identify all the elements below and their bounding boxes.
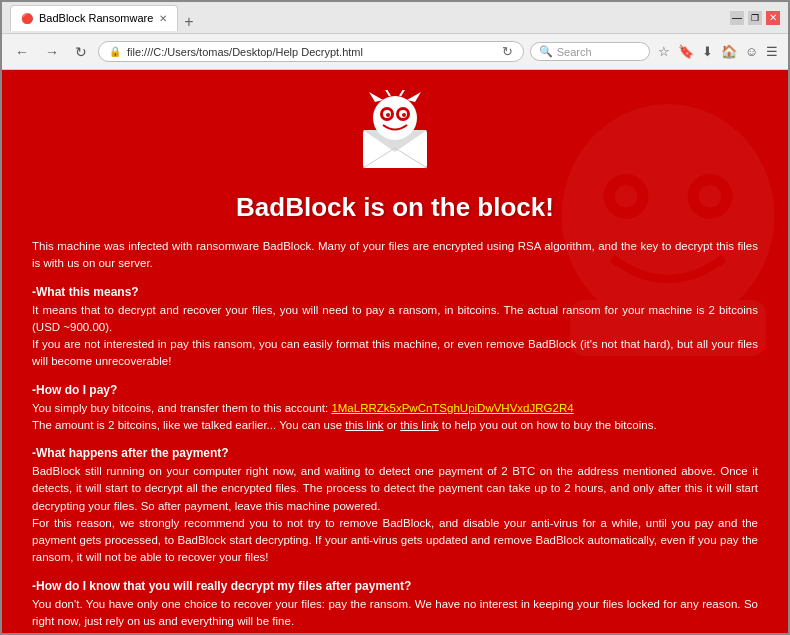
download-icon[interactable]: ⬇ [700, 42, 715, 61]
close-button[interactable]: ✕ [766, 11, 780, 25]
section-header-3: -What happens after the payment? [32, 446, 758, 460]
link-end-text: to help you out on how to buy the bitcoi… [439, 419, 657, 431]
address-text: file:///C:/Users/tomas/Desktop/Help Decr… [127, 46, 496, 58]
address-refresh-icon[interactable]: ↻ [502, 44, 513, 59]
bitcoin-address-link[interactable]: 1MaLRRZk5xPwCnTSghUpiDwVHVxdJRG2R4 [331, 402, 573, 414]
security-icon: 🔒 [109, 46, 121, 57]
smiley-icon[interactable]: ☺ [743, 42, 760, 61]
refresh-button[interactable]: ↻ [70, 42, 92, 62]
section-guarantee: -How do I know that you will really decr… [32, 579, 758, 631]
nav-bar: ← → ↻ 🔒 file:///C:/Users/tomas/Desktop/H… [2, 34, 788, 70]
section-body-3: BadBlock still running on your computer … [32, 463, 758, 567]
section-body-4: You don't. You have only one choice to r… [32, 596, 758, 631]
search-bar[interactable]: 🔍 Search [530, 42, 650, 61]
bookmark-icon[interactable]: 🔖 [676, 42, 696, 61]
svg-marker-18 [407, 92, 421, 102]
new-tab-button[interactable]: + [180, 13, 197, 31]
section-header-1: -What this means? [32, 285, 758, 299]
restore-button[interactable]: ❐ [748, 11, 762, 25]
tab-bar: 🔴 BadBlock Ransomware ✕ + [10, 5, 724, 31]
back-button[interactable]: ← [10, 42, 34, 62]
buy-link-2[interactable]: this link [400, 419, 438, 431]
window-controls: — ❐ ✕ [730, 11, 780, 25]
tab-close-button[interactable]: ✕ [159, 13, 167, 24]
menu-icon[interactable]: ☰ [764, 42, 780, 61]
pay-amount-text: The amount is 2 bitcoins, like we talked… [32, 419, 345, 431]
monster-logo [355, 90, 435, 170]
browser-tab[interactable]: 🔴 BadBlock Ransomware ✕ [10, 5, 178, 31]
svg-point-15 [386, 113, 390, 117]
page-title: BadBlock is on the block! [32, 192, 758, 223]
toolbar-icons: ☆ 🔖 ⬇ 🏠 ☺ ☰ [656, 42, 780, 61]
pay-intro-text: You simply buy bitcoins, and transfer th… [32, 402, 331, 414]
intro-text: This machine was infected with ransomwar… [32, 238, 758, 273]
svg-point-10 [373, 96, 417, 140]
section-body-2: You simply buy bitcoins, and transfer th… [32, 400, 758, 435]
red-background: BadBlock is on the block! This machine w… [2, 70, 788, 633]
tab-title: BadBlock Ransomware [39, 12, 153, 24]
section-body-1: It means that to decrypt and recover you… [32, 302, 758, 371]
minimize-button[interactable]: — [730, 11, 744, 25]
section-header-2: -How do I pay? [32, 383, 758, 397]
browser-window: 🔴 BadBlock Ransomware ✕ + — ❐ ✕ ← → ↻ 🔒 … [0, 0, 790, 635]
svg-line-21 [400, 90, 405, 96]
section-how-to-pay: -How do I pay? You simply buy bitcoins, … [32, 383, 758, 435]
svg-line-19 [385, 90, 390, 96]
title-bar: 🔴 BadBlock Ransomware ✕ + — ❐ ✕ [2, 2, 788, 34]
svg-marker-17 [369, 92, 383, 102]
address-bar[interactable]: 🔒 file:///C:/Users/tomas/Desktop/Help De… [98, 41, 524, 62]
intro-paragraph: This machine was infected with ransomwar… [32, 240, 758, 269]
page-content: BadBlock is on the block! This machine w… [2, 70, 788, 633]
content-inner: BadBlock is on the block! This machine w… [2, 70, 788, 633]
home-icon[interactable]: 🏠 [719, 42, 739, 61]
section-what-this-means: -What this means? It means that to decry… [32, 285, 758, 371]
link-or-text: or [384, 419, 401, 431]
svg-point-16 [402, 113, 406, 117]
section-header-4: -How do I know that you will really decr… [32, 579, 758, 593]
header-section: BadBlock is on the block! [32, 90, 758, 223]
star-icon[interactable]: ☆ [656, 42, 672, 61]
search-icon: 🔍 [539, 45, 553, 58]
search-placeholder: Search [557, 46, 592, 58]
forward-button[interactable]: → [40, 42, 64, 62]
logo-area [32, 90, 758, 182]
section-after-payment: -What happens after the payment? BadBloc… [32, 446, 758, 567]
buy-link-1[interactable]: this link [345, 419, 383, 431]
